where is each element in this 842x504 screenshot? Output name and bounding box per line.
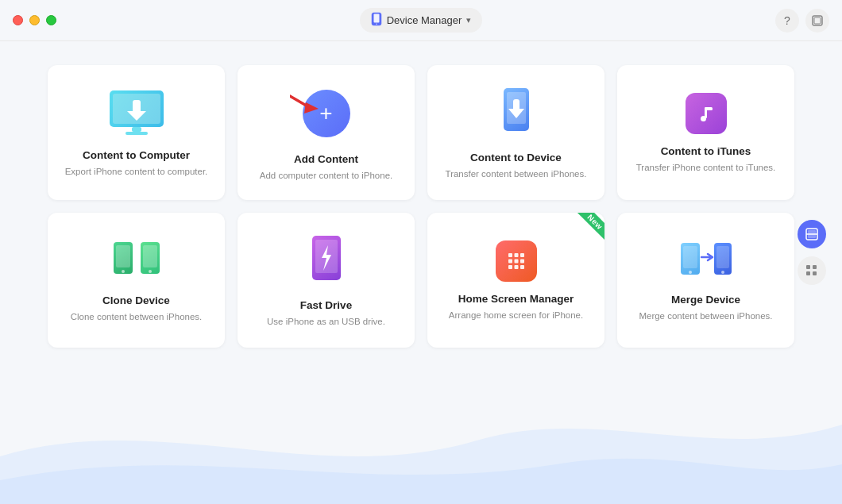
svg-rect-53 xyxy=(806,271,810,275)
svg-point-44 xyxy=(689,271,692,274)
svg-rect-37 xyxy=(514,260,518,264)
svg-rect-36 xyxy=(508,260,512,264)
app-title-bar[interactable]: Device Manager ▾ xyxy=(360,8,483,33)
phone-icon xyxy=(371,12,382,29)
main-content: Content to Computer Export iPhone conten… xyxy=(0,41,842,371)
itunes-icon xyxy=(686,93,727,134)
add-content-title: Add Content xyxy=(294,153,358,165)
svg-point-2 xyxy=(376,23,377,25)
svg-rect-27 xyxy=(143,245,157,267)
svg-rect-54 xyxy=(813,271,817,275)
itunes-desc: Transfer iPhone content to iTunes. xyxy=(636,161,776,175)
background-wave xyxy=(0,361,842,504)
svg-rect-4 xyxy=(814,17,821,24)
maximize-button[interactable] xyxy=(46,15,56,25)
transfer-side-button[interactable] xyxy=(798,220,826,248)
card-merge-device[interactable]: Merge Device Merge content between iPhon… xyxy=(617,213,794,348)
svg-rect-38 xyxy=(520,260,524,264)
grid-side-button[interactable] xyxy=(798,256,826,285)
content-to-computer-title: Content to Computer xyxy=(83,149,190,161)
content-to-device-title: Content to Device xyxy=(470,152,562,164)
svg-rect-9 xyxy=(132,127,141,132)
home-screen-title: Home Screen Manager xyxy=(458,293,574,305)
content-to-device-desc: Transfer content between iPhones. xyxy=(446,167,587,181)
content-to-computer-icon xyxy=(105,89,168,138)
fast-drive-icon xyxy=(306,234,347,288)
clone-device-desc: Clone content between iPhones. xyxy=(71,310,203,324)
svg-rect-51 xyxy=(806,265,810,269)
svg-rect-40 xyxy=(514,265,518,269)
itunes-title: Content to iTunes xyxy=(661,145,751,157)
svg-point-47 xyxy=(721,271,724,274)
svg-rect-33 xyxy=(508,253,512,257)
titlebar-actions: ? xyxy=(775,9,829,33)
svg-rect-43 xyxy=(683,246,697,268)
svg-rect-35 xyxy=(520,253,524,257)
card-fast-drive[interactable]: Fast Drive Use iPhone as an USB drive. xyxy=(238,213,415,348)
card-home-screen-manager[interactable]: New xyxy=(427,213,604,348)
new-badge: New xyxy=(566,213,604,251)
card-content-to-computer[interactable]: Content to Computer Export iPhone conten… xyxy=(48,65,225,200)
svg-rect-1 xyxy=(373,14,379,23)
card-content-to-device[interactable]: Content to Device Transfer content betwe… xyxy=(427,65,604,200)
clone-device-icon xyxy=(110,239,163,283)
side-buttons xyxy=(798,220,826,285)
svg-point-18 xyxy=(514,132,518,136)
svg-point-25 xyxy=(122,270,125,273)
window-button[interactable] xyxy=(805,9,829,33)
svg-rect-46 xyxy=(716,246,729,268)
feature-grid: Content to Computer Export iPhone conten… xyxy=(48,65,794,348)
traffic-lights xyxy=(13,15,56,25)
content-to-computer-desc: Export iPhone content to computer. xyxy=(65,165,208,179)
merge-device-title: Merge Device xyxy=(671,294,740,306)
fast-drive-title: Fast Drive xyxy=(300,299,352,311)
svg-point-21 xyxy=(701,116,706,121)
app-title-label: Device Manager xyxy=(387,14,462,26)
home-screen-icon xyxy=(496,240,537,282)
card-content-to-itunes[interactable]: Content to iTunes Transfer iPhone conten… xyxy=(617,65,794,200)
titlebar: Device Manager ▾ ? xyxy=(0,0,842,41)
svg-rect-34 xyxy=(514,253,518,257)
help-button[interactable]: ? xyxy=(775,9,799,33)
fast-drive-desc: Use iPhone as an USB drive. xyxy=(267,315,385,329)
home-screen-desc: Arrange home screen for iPhone. xyxy=(449,309,583,322)
merge-device-desc: Merge content between iPhones. xyxy=(639,310,772,323)
svg-rect-52 xyxy=(813,265,817,269)
add-content-icon: + xyxy=(298,85,355,142)
svg-marker-12 xyxy=(304,102,319,113)
add-content-desc: Add computer content to iPhone. xyxy=(260,169,393,183)
svg-rect-39 xyxy=(508,265,512,269)
svg-rect-41 xyxy=(520,265,524,269)
close-button[interactable] xyxy=(13,15,23,25)
svg-point-28 xyxy=(149,270,152,273)
clone-device-title: Clone Device xyxy=(102,294,170,306)
svg-rect-10 xyxy=(126,132,148,135)
minimize-button[interactable] xyxy=(29,15,40,25)
card-add-content[interactable]: + Add Content Add computer content to iP… xyxy=(238,65,415,200)
content-to-device-icon xyxy=(496,87,537,140)
chevron-down-icon: ▾ xyxy=(466,15,471,25)
svg-rect-24 xyxy=(116,245,130,267)
merge-device-icon xyxy=(679,240,733,283)
card-clone-device[interactable]: Clone Device Clone content between iPhon… xyxy=(48,213,225,348)
